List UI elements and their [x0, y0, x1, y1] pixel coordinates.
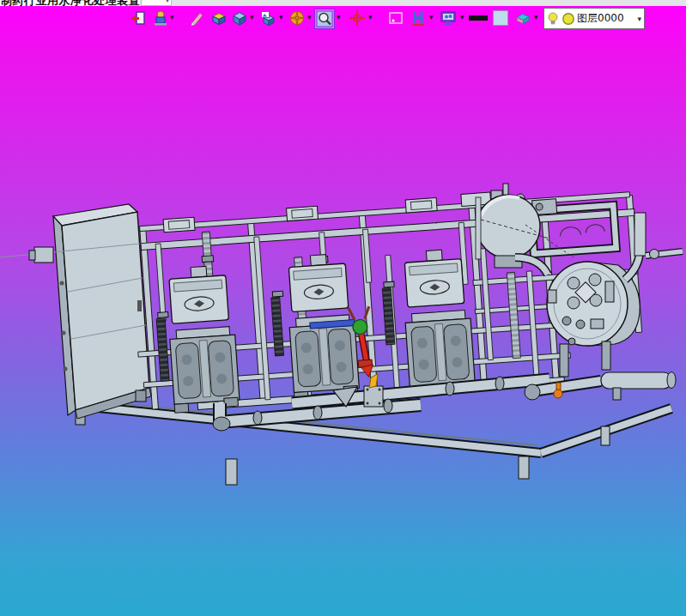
bottom-valve — [364, 374, 383, 407]
model-canvas — [0, 6, 686, 616]
window-title-area: 制药行业用水净化处理装置 — [0, 0, 140, 6]
pump-unit-1[interactable] — [165, 264, 240, 413]
cropped-window-strip: 制药行业用水净化处理装置 ▾ — [0, 0, 686, 6]
chevron-down-icon: ▾ — [166, 0, 169, 4]
window-title: 制药行业用水净化处理装置 — [1, 0, 140, 6]
3d-viewport[interactable]: ▾ ▾ — [0, 6, 686, 616]
cropped-combobox-fragment[interactable]: ▾ — [141, 0, 172, 6]
control-cabinet — [0, 204, 151, 419]
filter-tank[interactable] — [515, 213, 683, 377]
